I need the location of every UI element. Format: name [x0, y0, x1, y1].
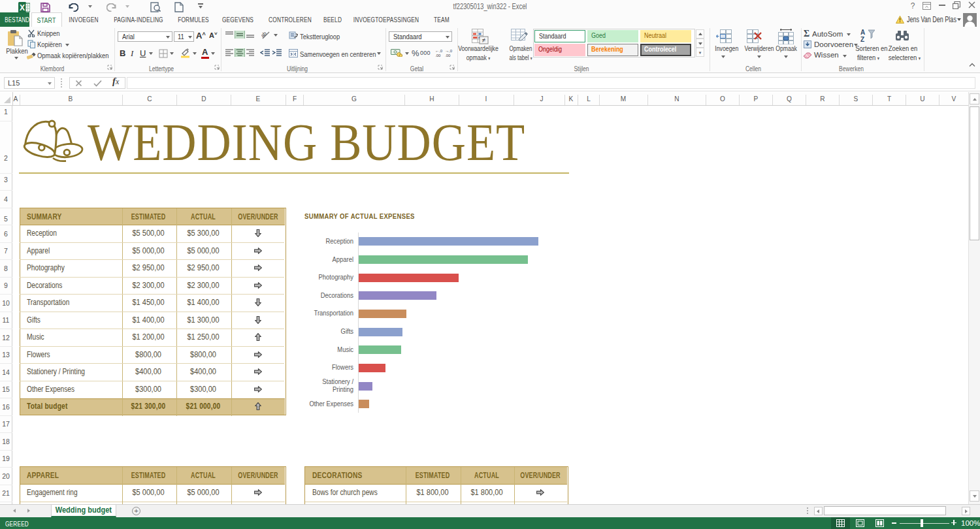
svg-text:≠: ≠ [482, 37, 486, 44]
svg-text:,00: ,00 [435, 54, 441, 57]
svg-text:X: X [20, 3, 25, 12]
svg-text:A: A [860, 29, 865, 36]
svg-text:,00: ,00 [445, 54, 451, 57]
svg-text:ab: ab [261, 31, 268, 39]
svg-text:Z: Z [860, 36, 864, 43]
svg-text:,0: ,0 [449, 49, 453, 53]
svg-text:,0: ,0 [439, 49, 443, 53]
